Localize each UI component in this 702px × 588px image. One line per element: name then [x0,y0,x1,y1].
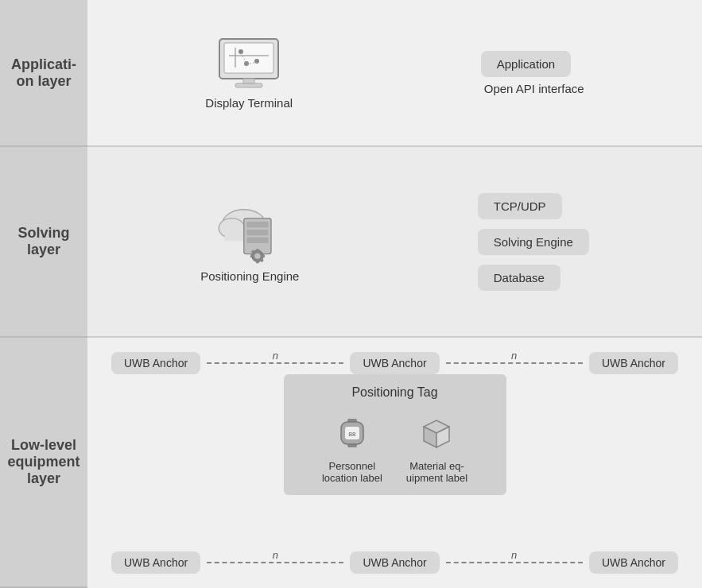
svg-rect-19 [247,222,269,227]
uwb-anchor-bot-right: UWB Anchor [589,551,678,574]
uwb-anchor-bot-left: UWB Anchor [111,551,200,574]
uwb-anchor-top-mid: UWB Anchor [350,352,439,374]
app-layer-text: Applicati- on layer [11,56,76,90]
app-layer: Display Terminal Application Open API in… [87,0,702,147]
watch-icon: 88 [333,412,371,454]
uwb-anchor-top-right: UWB Anchor [589,352,678,374]
terminal-label: Display Terminal [205,96,293,110]
personnel-label: Personnel location label [322,460,382,484]
svg-rect-26 [250,254,254,257]
engine-icon [214,201,285,265]
tag-title: Positioning Tag [351,385,437,400]
svg-point-23 [255,253,261,258]
terminal-area: Display Terminal [205,36,293,110]
n-label-bot-2: n [511,549,517,561]
database-badge: Database [478,265,560,291]
material-label: Material eq- uipment label [406,460,467,484]
dashed-line-top-1: n [207,362,343,364]
solving-layer-label: Solving layer [0,147,87,338]
svg-rect-25 [256,260,259,263]
tag-box: Positioning Tag 88 Personnel location la… [284,374,506,495]
application-badge: Application [481,51,571,77]
app-right: Application Open API interface [481,51,584,95]
svg-rect-13 [235,83,262,87]
solving-engine-badge: Solving Engine [478,229,589,255]
engine-label: Positioning Engine [200,269,299,283]
svg-text:88: 88 [348,431,355,438]
anchor-row-top: UWB Anchor n UWB Anchor n UWB Anchor [103,352,686,374]
box-icon [417,412,456,454]
personnel-tag-item: 88 Personnel location label [322,412,382,484]
dashed-line-top-2: n [446,362,583,364]
n-label-top-2: n [511,350,517,362]
svg-rect-20 [247,229,269,234]
solving-layer: Positioning Engine TCP/UDP Solving Engin… [87,147,702,338]
dashed-line-bot-1: n [207,562,343,563]
engine-area: Positioning Engine [200,201,299,283]
n-label-top-1: n [273,350,278,362]
svg-rect-27 [262,254,266,257]
tag-items: 88 Personnel location label Material eq-… [322,412,467,484]
svg-rect-24 [256,249,259,252]
solving-badges: TCP/UDP Solving Engine Database [478,193,589,291]
uwb-anchor-top-left: UWB Anchor [111,352,200,374]
lowlevel-layer: UWB Anchor n UWB Anchor n UWB Anchor Pos… [87,338,702,588]
tag-section: Positioning Tag 88 Personnel location la… [103,374,686,551]
solving-layer-text: Solving layer [17,225,69,258]
lowlevel-layer-label: Low-level equipment layer [0,338,87,588]
svg-rect-12 [243,79,254,83]
layer-labels: Applicati- on layer Solving layer Low-le… [0,0,87,588]
svg-rect-21 [247,237,269,242]
lowlevel-layer-text: Low-level equipment layer [7,437,80,487]
material-tag-item: Material eq- uipment label [406,412,467,484]
main-content: Display Terminal Application Open API in… [87,0,702,588]
dashed-line-bot-2: n [446,562,583,563]
app-layer-label: Applicati- on layer [0,0,87,147]
n-label-bot-1: n [273,549,278,561]
anchor-row-bottom: UWB Anchor n UWB Anchor n UWB Anchor [103,551,686,574]
uwb-anchor-bot-mid: UWB Anchor [350,551,439,574]
tcp-udp-badge: TCP/UDP [478,193,562,219]
svg-rect-1 [224,43,273,73]
open-api-text: Open API interface [481,82,584,95]
monitor-icon [213,36,285,91]
